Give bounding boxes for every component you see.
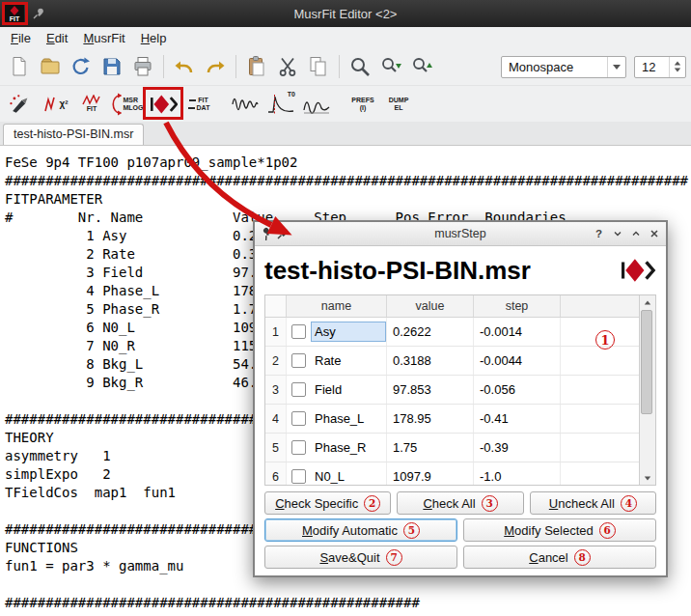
reload-button[interactable]	[67, 52, 96, 81]
row-checkbox[interactable]	[291, 382, 306, 397]
value-cell[interactable]: 97.853	[387, 376, 474, 404]
filler-header	[561, 295, 639, 317]
row-checkbox[interactable]	[291, 469, 306, 484]
step-cell[interactable]: -1.0	[474, 462, 561, 485]
param-name: Phase_L	[311, 408, 386, 429]
find-previous-button[interactable]	[407, 52, 436, 81]
save-button[interactable]	[97, 52, 126, 81]
annotation-number: 5	[403, 522, 420, 539]
help-icon[interactable]: ?	[592, 227, 606, 241]
chevron-up-icon[interactable]	[628, 227, 643, 241]
musrstep-button[interactable]	[147, 90, 180, 119]
close-icon[interactable]	[647, 227, 661, 241]
name-cell[interactable]: Phase_L	[287, 405, 387, 433]
t0-label: T0	[288, 91, 295, 98]
prefs-button[interactable]: PREFS (I)	[346, 90, 379, 119]
table-scrollbar[interactable]	[639, 295, 655, 485]
copy-button[interactable]	[304, 52, 333, 81]
window-title: MusrFit Editor <2>	[294, 7, 398, 21]
new-file-icon	[8, 55, 31, 78]
window-titlebar[interactable]: FIT MusrFit Editor <2>	[0, 0, 691, 27]
parameter-table: name value step 1 Asy 0.2622 -0.0014 2	[264, 294, 656, 486]
editor-line: FeSe 9p4 TF100 p107apr09_sample*1p02	[5, 154, 691, 172]
scroll-down-arrow[interactable]	[640, 471, 655, 485]
tab-msr-file[interactable]: test-histo-PSI-BIN.msr	[3, 124, 144, 145]
check-all-button[interactable]: Check All 3	[397, 491, 523, 515]
dump-button[interactable]: DUMP EL	[382, 90, 415, 119]
annotation-number: 1	[595, 330, 615, 350]
editor-line: FITPARAMETER	[5, 190, 691, 209]
musrt0-button[interactable]: T0	[264, 90, 297, 119]
name-cell[interactable]: Asy	[287, 318, 387, 346]
step-cell[interactable]: -0.41	[474, 405, 561, 433]
musr-wizard-button[interactable]	[4, 90, 37, 119]
redo-button[interactable]	[201, 52, 230, 81]
annotation-number: 7	[386, 549, 402, 566]
value-column-header: value	[387, 295, 474, 317]
name-cell[interactable]: Rate	[287, 347, 387, 375]
fit-dat-button[interactable]: FIT DAT	[182, 90, 215, 119]
menu-file[interactable]: File	[3, 29, 39, 47]
step-cell[interactable]: -0.0044	[474, 347, 561, 375]
calc-chisq-button[interactable]: χ²	[40, 90, 72, 119]
fit-label: FIT	[87, 105, 97, 113]
undo-button[interactable]	[170, 52, 199, 81]
save-quit-button[interactable]: Save&Quit 7	[264, 546, 457, 569]
menu-musrfit[interactable]: MusrFit	[75, 29, 132, 47]
uncheck-all-button[interactable]: Uncheck All 4	[530, 491, 656, 515]
chisq-arrows-icon	[43, 96, 57, 113]
print-button[interactable]	[128, 52, 157, 81]
row-checkbox[interactable]	[291, 353, 306, 368]
name-cell[interactable]: N0_L	[287, 462, 387, 485]
find-next-button[interactable]	[376, 52, 405, 81]
empty-cell	[561, 405, 639, 433]
open-file-button[interactable]	[36, 52, 65, 81]
step-cell[interactable]: -0.056	[474, 376, 561, 404]
value-cell[interactable]: 1.75	[387, 434, 474, 462]
menu-help[interactable]: Help	[133, 29, 175, 47]
spinner-arrows-icon[interactable]	[669, 57, 685, 77]
param-name: Field	[311, 379, 386, 400]
step-cell[interactable]: -0.39	[474, 434, 561, 462]
musrfit-button[interactable]: FIT	[75, 90, 108, 119]
annotation-number: 8	[574, 549, 591, 566]
musrft-button[interactable]	[300, 90, 333, 119]
cut-button[interactable]	[273, 52, 302, 81]
musrview-button[interactable]	[229, 90, 262, 119]
chevron-down-icon[interactable]	[607, 57, 625, 77]
paste-button[interactable]	[242, 52, 271, 81]
row-checkbox[interactable]	[291, 324, 306, 339]
toolbar-separator	[339, 55, 340, 78]
value-cell[interactable]: 0.3188	[387, 347, 474, 375]
new-file-button[interactable]	[5, 52, 34, 81]
chevron-down-icon[interactable]	[610, 227, 624, 241]
scroll-up-arrow[interactable]	[640, 295, 655, 309]
save-icon	[100, 55, 124, 78]
value-cell[interactable]: 178.95	[387, 405, 474, 433]
find-button[interactable]	[346, 52, 374, 81]
pin-icon[interactable]	[276, 227, 290, 240]
value-cell[interactable]: 0.2622	[387, 318, 474, 346]
modify-automatic-button[interactable]: Modify Automatic 5	[264, 518, 457, 542]
font-size-spinner[interactable]: 12	[634, 56, 686, 78]
pin-icon[interactable]	[257, 224, 276, 243]
font-family-select[interactable]: Monospace	[501, 56, 626, 78]
cancel-button[interactable]: Cancel 8	[463, 546, 656, 569]
scrollbar-thumb[interactable]	[641, 310, 652, 414]
step-cell[interactable]: -0.0014	[474, 318, 561, 346]
param-name: Rate	[311, 350, 386, 371]
row-checkbox[interactable]	[291, 411, 306, 426]
menu-edit[interactable]: Edit	[39, 29, 75, 47]
name-cell[interactable]: Field	[287, 376, 387, 404]
toolbar-separator	[163, 55, 164, 78]
msr-mlog-swap-button[interactable]: MSR MLOG	[111, 90, 144, 119]
msr-label: MSR	[124, 97, 144, 104]
name-cell[interactable]: Phase_R	[287, 434, 387, 462]
dialog-buttons: Check Specific 2 Check All 3 Uncheck All…	[264, 491, 656, 569]
check-specific-button[interactable]: Check Specific 2	[264, 491, 391, 515]
value-cell[interactable]: 1097.9	[387, 462, 474, 485]
dialog-titlebar[interactable]: musrStep ?	[255, 222, 666, 246]
row-checkbox[interactable]	[291, 440, 306, 455]
modify-selected-button[interactable]: Modify Selected 6	[463, 518, 656, 542]
musrstep-icon	[149, 92, 178, 117]
